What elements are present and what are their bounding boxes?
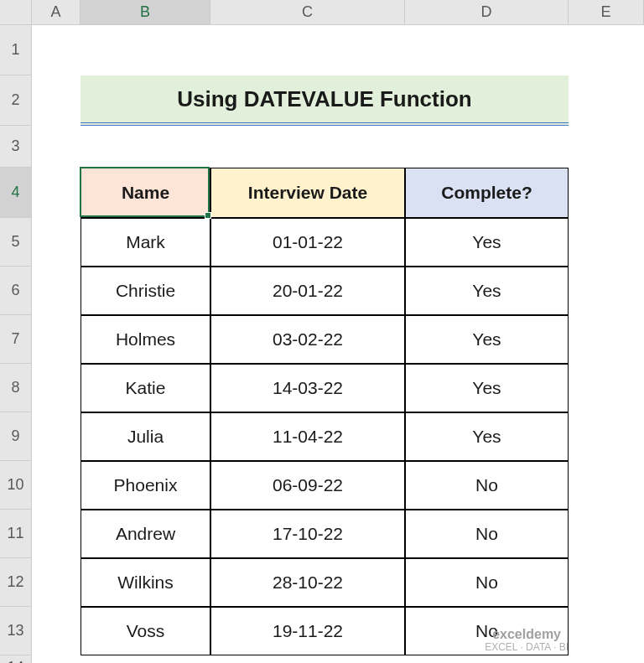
cell-name-6[interactable]: Andrew: [80, 510, 210, 558]
cell-name-2[interactable]: Holmes: [80, 315, 210, 364]
cell-date-8[interactable]: 19-11-22: [210, 607, 405, 655]
row-header-9[interactable]: 9: [0, 412, 32, 461]
row-header-14[interactable]: 14: [0, 655, 32, 663]
watermark: exceldemy EXCEL · DATA · BI: [485, 627, 569, 653]
cell-name-4[interactable]: Julia: [80, 412, 210, 461]
cell-complete-3[interactable]: Yes: [405, 364, 569, 412]
row-header-1[interactable]: 1: [0, 25, 32, 75]
col-header-C[interactable]: C: [210, 0, 405, 25]
row-header-13[interactable]: 13: [0, 607, 32, 655]
header-name[interactable]: Name: [80, 168, 210, 218]
cell-date-3[interactable]: 14-03-22: [210, 364, 405, 412]
header-complete[interactable]: Complete?: [405, 168, 569, 218]
row-header-6[interactable]: 6: [0, 267, 32, 315]
cell-date-4[interactable]: 11-04-22: [210, 412, 405, 461]
row-header-2[interactable]: 2: [0, 75, 32, 126]
row-headers: 1234567891011121314: [0, 25, 32, 663]
cell-complete-7[interactable]: No: [405, 558, 569, 607]
column-headers: ABCDE: [32, 0, 644, 25]
row-header-3[interactable]: 3: [0, 126, 32, 168]
row-header-5[interactable]: 5: [0, 218, 32, 267]
cell-date-0[interactable]: 01-01-22: [210, 218, 405, 267]
row-header-10[interactable]: 10: [0, 461, 32, 510]
col-header-D[interactable]: D: [405, 0, 569, 25]
watermark-tagline: EXCEL · DATA · BI: [485, 642, 569, 653]
cell-name-7[interactable]: Wilkins: [80, 558, 210, 607]
row-header-12[interactable]: 12: [0, 558, 32, 607]
spreadsheet-grid: ABCDE 1234567891011121314 Using DATEVALU…: [0, 0, 644, 663]
row-header-4[interactable]: 4: [0, 168, 32, 218]
col-header-A[interactable]: A: [32, 0, 80, 25]
cell-name-0[interactable]: Mark: [80, 218, 210, 267]
cell-name-3[interactable]: Katie: [80, 364, 210, 412]
cell-name-8[interactable]: Voss: [80, 607, 210, 655]
cell-name-1[interactable]: Christie: [80, 267, 210, 315]
cell-name-5[interactable]: Phoenix: [80, 461, 210, 510]
cell-complete-4[interactable]: Yes: [405, 412, 569, 461]
row-header-8[interactable]: 8: [0, 364, 32, 412]
row-header-11[interactable]: 11: [0, 510, 32, 558]
header-date[interactable]: Interview Date: [210, 168, 405, 218]
col-header-E[interactable]: E: [569, 0, 644, 25]
cell-date-1[interactable]: 20-01-22: [210, 267, 405, 315]
cell-complete-0[interactable]: Yes: [405, 218, 569, 267]
cell-complete-6[interactable]: No: [405, 510, 569, 558]
row-header-7[interactable]: 7: [0, 315, 32, 364]
cell-complete-1[interactable]: Yes: [405, 267, 569, 315]
watermark-brand: exceldemy: [485, 627, 569, 642]
select-all-corner[interactable]: [0, 0, 32, 25]
col-header-B[interactable]: B: [80, 0, 210, 25]
cell-date-6[interactable]: 17-10-22: [210, 510, 405, 558]
cell-complete-5[interactable]: No: [405, 461, 569, 510]
cell-date-2[interactable]: 03-02-22: [210, 315, 405, 364]
title-cell[interactable]: Using DATEVALUE Function: [80, 75, 569, 126]
cell-complete-2[interactable]: Yes: [405, 315, 569, 364]
cell-date-5[interactable]: 06-09-22: [210, 461, 405, 510]
cell-date-7[interactable]: 28-10-22: [210, 558, 405, 607]
